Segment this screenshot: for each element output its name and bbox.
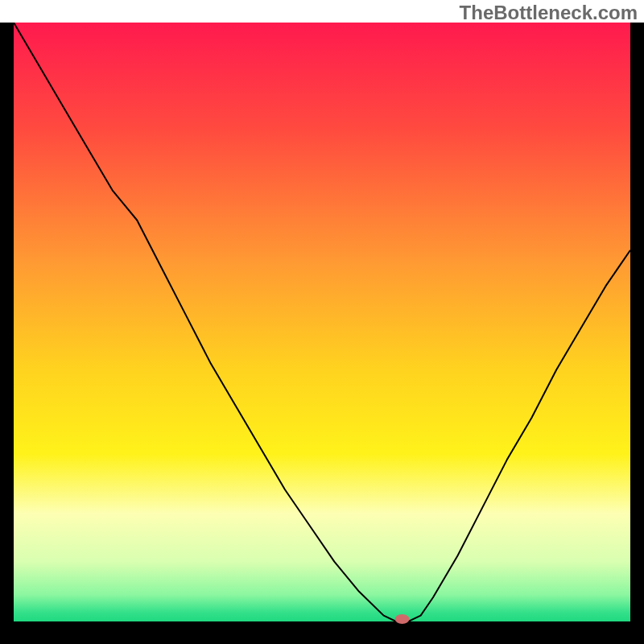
optimal-marker xyxy=(395,614,410,624)
svg-rect-3 xyxy=(0,621,644,644)
svg-rect-1 xyxy=(0,23,14,644)
chart-svg xyxy=(0,0,644,644)
bottleneck-chart: TheBottleneck.com xyxy=(0,0,644,644)
gradient-background xyxy=(14,23,630,621)
watermark-label: TheBottleneck.com xyxy=(460,2,638,24)
optimal-point xyxy=(395,614,410,624)
svg-rect-2 xyxy=(630,23,644,644)
